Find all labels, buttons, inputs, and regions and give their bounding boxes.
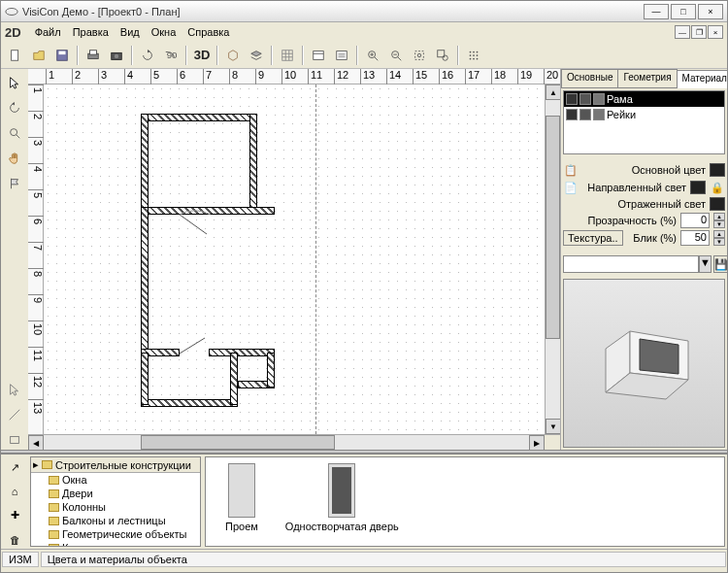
scrollbar-horizontal[interactable]: ◀ ▶ <box>28 434 560 450</box>
spec-field[interactable]: 50 <box>680 230 710 246</box>
main-toolbar: 90 3D <box>1 42 727 69</box>
gallery-label-1: Одностворчатая дверь <box>285 521 399 532</box>
pan-tool[interactable] <box>5 149 24 168</box>
lib-home-button[interactable]: ⌂ <box>5 483 24 501</box>
zoom-window-button[interactable] <box>432 45 453 66</box>
copy-icon[interactable]: 📋 <box>563 162 579 178</box>
rotate-button[interactable] <box>137 45 158 66</box>
tree-root[interactable]: ▸ Строительные конструкции <box>31 457 200 473</box>
preview-3d[interactable] <box>563 279 725 448</box>
zoom-fit-button[interactable] <box>409 45 430 66</box>
save-button[interactable] <box>51 45 73 66</box>
open-button[interactable] <box>28 45 50 66</box>
dropdown-icon[interactable]: ▼ <box>699 255 711 273</box>
svg-point-7 <box>115 53 118 57</box>
texture-button[interactable]: Текстура.. <box>563 230 623 246</box>
menu-file[interactable]: Файл <box>29 24 67 40</box>
ruler-vertical: 12345678910111213 <box>28 84 44 434</box>
tree-node-1[interactable]: Двери <box>31 487 200 500</box>
tab-geometry[interactable]: Геометрия <box>617 69 677 87</box>
select-tool[interactable] <box>5 73 24 92</box>
title-bar: VisiCon Демо - [Проект0 - План] — □ × <box>1 1 727 22</box>
svg-point-27 <box>11 129 17 136</box>
print-button[interactable] <box>83 45 104 66</box>
material-combo[interactable]: ▼ 💾 ✎ <box>563 255 725 273</box>
properties-panel: Основные Геометрия Материалы Рама Рейки … <box>560 69 727 450</box>
save-material-button[interactable]: 💾 <box>713 255 728 273</box>
svg-rect-14 <box>415 51 424 59</box>
tree-node-4[interactable]: Геометрические объекты <box>31 527 200 541</box>
rotate-tool[interactable] <box>5 98 24 118</box>
material-row-0[interactable]: Рама <box>564 91 724 107</box>
lib-del-button[interactable]: 🗑 <box>5 530 24 549</box>
gallery-item-door[interactable]: Одностворчатая дверь <box>285 463 399 540</box>
mdi-restore-button[interactable]: ❐ <box>691 25 707 39</box>
rect-tool[interactable] <box>5 430 24 450</box>
color-properties: 📋 Основной цвет 📄 Направленный свет 🔒 От… <box>563 160 725 248</box>
svg-point-22 <box>473 54 475 56</box>
menu-help[interactable]: Справка <box>182 24 235 40</box>
box-tool-button[interactable] <box>222 45 244 66</box>
library-tree[interactable]: ▸ Строительные конструкции Окна Двери Ко… <box>30 456 201 547</box>
refl-light-swatch[interactable] <box>710 197 725 211</box>
tree-node-2[interactable]: Колонны <box>31 500 200 514</box>
zoom-tool[interactable] <box>5 123 24 143</box>
dir-light-swatch[interactable] <box>690 181 706 194</box>
scrollbar-vertical[interactable]: ▲ ▼ <box>545 84 560 434</box>
close-button[interactable]: × <box>698 4 723 19</box>
maximize-button[interactable]: □ <box>671 4 696 19</box>
gallery-label-0: Проем <box>225 521 258 532</box>
transparency-spinner[interactable]: ▲▼ <box>713 213 725 228</box>
zoom-in-button[interactable] <box>362 45 383 66</box>
library-gallery: Проем Одностворчатая дверь <box>205 456 725 547</box>
status-bar: ИЗМ Цвета и материалы объекта <box>1 549 727 568</box>
mdi-close-button[interactable]: × <box>708 25 723 39</box>
svg-point-19 <box>473 51 475 52</box>
table-button[interactable] <box>308 45 329 66</box>
new-button[interactable] <box>5 45 26 66</box>
door-icon <box>328 463 355 518</box>
material-combo-input[interactable] <box>563 255 699 273</box>
zoom-out-button[interactable] <box>385 45 407 66</box>
tree-node-0[interactable]: Окна <box>31 473 200 487</box>
transparency-field[interactable]: 0 <box>680 213 710 228</box>
tree-node-5[interactable]: Кухня <box>31 541 200 547</box>
svg-rect-9 <box>282 50 293 60</box>
flag-tool[interactable] <box>5 174 24 193</box>
material-row-1[interactable]: Рейки <box>564 107 724 122</box>
mode-3d-button[interactable]: 3D <box>191 45 213 66</box>
status-hint: Цвета и материалы объекта <box>41 552 726 567</box>
line-tool[interactable] <box>5 405 24 424</box>
menu-view[interactable]: Вид <box>115 24 146 40</box>
svg-point-26 <box>477 57 479 59</box>
camera-button[interactable] <box>106 45 127 66</box>
tab-materials[interactable]: Материалы <box>677 70 728 88</box>
grid-button[interactable] <box>277 45 298 66</box>
rotate-90-button[interactable]: 90 <box>160 45 182 66</box>
menu-windows[interactable]: Окна <box>146 24 182 40</box>
svg-text:90: 90 <box>167 49 178 59</box>
snap-button[interactable] <box>463 45 484 66</box>
lib-add-button[interactable]: ✚ <box>5 507 24 525</box>
spec-spinner[interactable]: ▲▼ <box>713 230 725 246</box>
guide-line <box>315 84 316 434</box>
base-color-swatch[interactable] <box>710 163 725 177</box>
lib-up-button[interactable]: ↗ <box>5 458 24 477</box>
minimize-button[interactable]: — <box>644 4 669 19</box>
mdi-minimize-button[interactable]: — <box>675 25 690 39</box>
materials-list[interactable]: Рама Рейки <box>563 90 725 154</box>
arrow-tool-2[interactable] <box>5 380 24 399</box>
canvas-area: /* ticks populated below */ 123456789101… <box>28 69 560 450</box>
drawing-canvas[interactable] <box>44 84 545 434</box>
layers-button[interactable] <box>246 45 267 66</box>
list-button[interactable] <box>331 45 352 66</box>
dir-light-label: Направленный свет <box>582 182 686 193</box>
lock-icon[interactable]: 🔒 <box>710 180 725 195</box>
refl-light-label: Отраженный свет <box>563 198 706 210</box>
menu-edit[interactable]: Правка <box>67 24 115 40</box>
tab-main[interactable]: Основные <box>561 69 618 87</box>
paste-icon[interactable]: 📄 <box>563 180 579 195</box>
tree-node-3[interactable]: Балконы и лестницы <box>31 514 200 527</box>
gallery-item-opening[interactable]: Проем <box>225 463 258 540</box>
material-name-0: Рама <box>607 93 633 105</box>
